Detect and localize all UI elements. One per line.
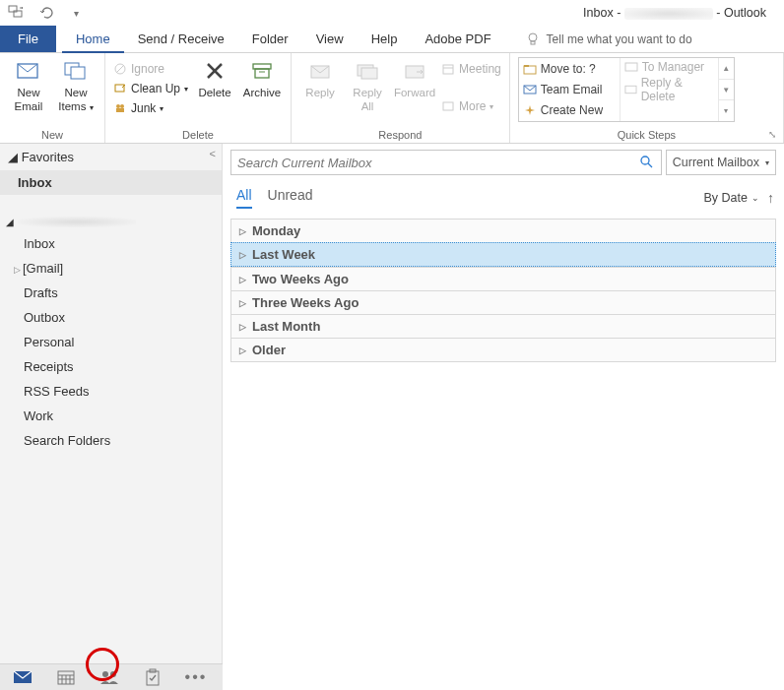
sparkle-icon	[523, 104, 537, 116]
folder-drafts[interactable]: Drafts	[0, 281, 222, 305]
folder-work[interactable]: Work	[0, 404, 222, 428]
expand-icon: ▷	[239, 226, 246, 236]
quicksteps-launcher-icon[interactable]: ⤡	[768, 129, 780, 141]
search-input[interactable]	[237, 156, 639, 170]
svg-rect-20	[361, 68, 377, 79]
svg-line-31	[648, 163, 652, 167]
tab-help[interactable]: Help	[358, 26, 412, 52]
ignore-icon	[113, 62, 127, 76]
tab-home[interactable]: Home	[62, 26, 124, 53]
tab-adobe-pdf[interactable]: Adobe PDF	[411, 26, 504, 52]
folder-icon	[523, 63, 537, 75]
svg-point-10	[116, 104, 120, 108]
quicksteps-gallery[interactable]: Move to: ? Team Email Create New To Mana…	[518, 57, 735, 122]
reply-button[interactable]: Reply	[299, 57, 341, 100]
group-two-weeks[interactable]: ▷Two Weeks Ago	[230, 267, 776, 290]
reply-delete-icon	[624, 84, 637, 95]
cleanup-icon	[113, 82, 127, 95]
search-icon[interactable]	[639, 155, 655, 170]
qs-expand[interactable]: ▾	[719, 100, 734, 121]
folder-outbox[interactable]: Outbox	[0, 305, 222, 330]
nav-tasks-icon[interactable]	[142, 667, 163, 687]
account-header[interactable]: ◢	[0, 209, 222, 231]
filter-unread[interactable]: Unread	[268, 187, 313, 209]
cleanup-button[interactable]: Clean Up▾	[113, 79, 188, 98]
tab-file[interactable]: File	[0, 26, 56, 52]
reply-all-button[interactable]: Reply All	[347, 57, 388, 114]
tab-view[interactable]: View	[302, 26, 358, 52]
group-label-respond: Respond	[299, 127, 501, 141]
meeting-button[interactable]: Meeting	[441, 59, 501, 79]
tell-me-box[interactable]: Tell me what you want to do	[525, 26, 692, 52]
svg-rect-3	[531, 41, 535, 44]
reply-icon	[306, 57, 334, 85]
new-items-button[interactable]: New Items ▾	[55, 57, 97, 114]
qs-scroll-down[interactable]: ▼	[719, 80, 734, 101]
expand-icon: ▷	[239, 250, 246, 260]
tab-send-receive[interactable]: Send / Receive	[124, 26, 238, 52]
nav-mail-icon[interactable]	[12, 667, 33, 687]
qat-customize-icon[interactable]: ▾	[65, 4, 87, 22]
search-scope-dropdown[interactable]: Current Mailbox▾	[666, 150, 776, 175]
ribbon-group-delete: Ignore Clean Up▾ Junk▾ Delete Archive De…	[105, 53, 292, 143]
archive-button[interactable]: Archive	[241, 57, 283, 100]
group-label-quicksteps: Quick Steps	[518, 127, 775, 141]
title-bar: ▾ Inbox - - Outlook	[0, 0, 784, 26]
nav-calendar-icon[interactable]	[55, 667, 77, 687]
manager-icon	[624, 61, 638, 73]
folder-gmail[interactable]: ▷[Gmail]	[0, 256, 222, 281]
forward-button[interactable]: Forward	[394, 57, 435, 100]
group-last-week[interactable]: ▷Last Week	[230, 242, 776, 267]
junk-button[interactable]: Junk▾	[113, 98, 188, 118]
group-last-month[interactable]: ▷Last Month	[230, 314, 776, 338]
ribbon-group-quicksteps: Move to: ? Team Email Create New To Mana…	[510, 53, 784, 143]
fav-inbox[interactable]: Inbox	[0, 170, 222, 195]
qs-scroll-up[interactable]: ▲	[719, 58, 734, 80]
group-older[interactable]: ▷Older	[230, 338, 776, 362]
expand-icon: ▷	[239, 298, 246, 308]
delete-icon	[201, 57, 229, 85]
folder-rss[interactable]: RSS Feeds	[0, 379, 222, 404]
new-items-icon	[62, 57, 90, 85]
group-monday[interactable]: ▷Monday	[230, 219, 776, 242]
new-email-button[interactable]: New Email	[8, 57, 49, 114]
junk-icon	[113, 101, 127, 115]
tab-folder[interactable]: Folder	[238, 26, 302, 52]
svg-point-39	[102, 671, 108, 677]
nav-more-icon[interactable]: •••	[185, 667, 207, 687]
search-box[interactable]	[230, 150, 662, 175]
undo-icon[interactable]	[35, 4, 57, 22]
folder-personal[interactable]: Personal	[0, 330, 222, 354]
qat-send-receive-icon[interactable]	[6, 4, 28, 22]
svg-rect-28	[625, 63, 637, 71]
svg-rect-24	[443, 102, 453, 110]
svg-rect-12	[116, 108, 124, 112]
ignore-button[interactable]: Ignore	[113, 59, 188, 79]
sort-button[interactable]: By Date⌄	[704, 191, 759, 205]
folder-inbox[interactable]: Inbox	[0, 231, 222, 256]
sort-direction-icon[interactable]: ↑	[767, 190, 774, 206]
collapse-nav-icon[interactable]: <	[210, 148, 216, 159]
expand-icon: ▷	[239, 345, 246, 355]
main-area: < ◢ Favorites Inbox ◢ Inbox ▷[Gmail] Dra…	[0, 144, 784, 663]
more-respond-button[interactable]: More▾	[441, 96, 501, 116]
expand-icon: ▷	[239, 322, 246, 332]
folder-search[interactable]: Search Folders	[0, 428, 222, 453]
group-label-delete: Delete	[113, 127, 283, 141]
ribbon-tabs: File Home Send / Receive Folder View Hel…	[0, 26, 784, 53]
group-three-weeks[interactable]: ▷Three Weeks Ago	[230, 290, 776, 314]
filter-all[interactable]: All	[236, 187, 252, 209]
svg-point-40	[110, 671, 116, 677]
favorites-header[interactable]: ◢ Favorites	[0, 144, 222, 170]
reply-all-icon	[354, 57, 381, 85]
delete-button[interactable]: Delete	[194, 57, 235, 100]
account-redacted	[624, 8, 713, 20]
account-name-redacted	[18, 217, 136, 227]
new-email-icon	[15, 57, 42, 85]
svg-rect-25	[524, 66, 536, 74]
svg-rect-22	[443, 65, 453, 74]
folder-receipts[interactable]: Receipts	[0, 354, 222, 379]
nav-people-icon[interactable]	[98, 667, 120, 687]
svg-rect-29	[625, 86, 636, 93]
meeting-icon	[441, 62, 455, 76]
